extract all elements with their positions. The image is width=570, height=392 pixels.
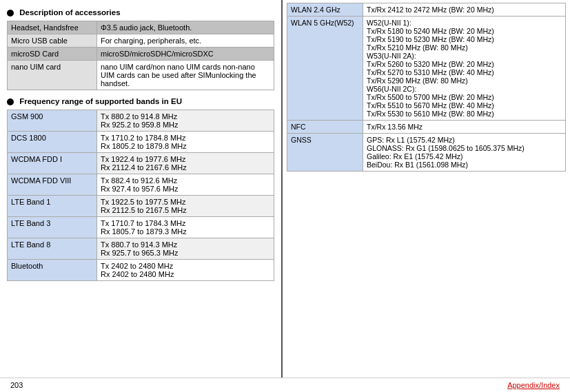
band-label: GSM 900 bbox=[8, 110, 97, 132]
band-value: Tx 2402 to 2480 MHzRx 2402 to 2480 MHz bbox=[97, 260, 274, 281]
right-value: Tx/Rx 2412 to 2472 MHz (BW: 20 MHz) bbox=[363, 3, 566, 17]
right-panel: WLAN 2.4 GHzTx/Rx 2412 to 2472 MHz (BW: … bbox=[283, 0, 570, 378]
section1-header: Description of accessories bbox=[7, 8, 274, 17]
accessory-label: Headset, Handsfree bbox=[8, 21, 97, 34]
bands-table: GSM 900Tx 880.2 to 914.8 MHzRx 925.2 to … bbox=[7, 110, 274, 281]
left-panel: Description of accessories Headset, Hand… bbox=[0, 0, 283, 378]
band-value: Tx 1922.5 to 1977.5 MHzRx 2112.5 to 2167… bbox=[97, 196, 274, 217]
right-value: GPS: Rx L1 (1575.42 MHz)GLONASS: Rx G1 (… bbox=[363, 134, 566, 172]
right-value: Tx/Rx 13.56 MHz bbox=[363, 121, 566, 134]
band-value: Tx 1922.4 to 1977.6 MHzRx 2112.4 to 2167… bbox=[97, 153, 274, 174]
band-label: LTE Band 1 bbox=[8, 196, 97, 217]
accessory-value: microSD/microSDHC/microSDXC bbox=[97, 48, 274, 61]
band-label: WCDMA FDD I bbox=[8, 153, 97, 174]
accessory-value: Φ3.5 audio jack, Bluetooth. bbox=[97, 21, 274, 34]
section1-title: Description of accessories bbox=[19, 8, 120, 17]
right-label: NFC bbox=[287, 121, 363, 134]
accessory-label: nano UIM card bbox=[8, 61, 97, 90]
right-value: W52(U-NII 1):Tx/Rx 5180 to 5240 MHz (BW:… bbox=[363, 17, 566, 121]
accessories-table: Headset, HandsfreeΦ3.5 audio jack, Bluet… bbox=[7, 21, 274, 90]
band-value: Tx 880.7 to 914.3 MHzRx 925.7 to 965.3 M… bbox=[97, 238, 274, 260]
band-label: Bluetooth bbox=[8, 260, 97, 281]
right-label: WLAN 2.4 GHz bbox=[287, 3, 363, 17]
band-value: Tx 1710.2 to 1784.8 MHzRx 1805.2 to 1879… bbox=[97, 132, 274, 153]
accessory-value: nano UIM card/non nano UIM cards non-nan… bbox=[97, 61, 274, 90]
page-number: 203 bbox=[10, 381, 23, 389]
band-label: LTE Band 3 bbox=[8, 217, 97, 238]
accessory-label: Micro USB cable bbox=[8, 34, 97, 48]
band-value: Tx 1710.7 to 1784.3 MHzRx 1805.7 to 1879… bbox=[97, 217, 274, 238]
right-label: GNSS bbox=[287, 134, 363, 172]
band-label: LTE Band 8 bbox=[8, 238, 97, 260]
accessory-label: microSD Card bbox=[8, 48, 97, 61]
band-label: WCDMA FDD VIII bbox=[8, 174, 97, 196]
accessory-value: For charging, peripherals, etc. bbox=[97, 34, 274, 48]
bullet-icon bbox=[7, 10, 14, 17]
section2-header: Frequency range of supported bands in EU bbox=[7, 97, 274, 105]
right-label: WLAN 5 GHz(W52) bbox=[287, 17, 363, 121]
section2-title: Frequency range of supported bands in EU bbox=[19, 97, 182, 105]
footer: 203 Appendix/Index bbox=[0, 378, 570, 392]
band-value: Tx 880.2 to 914.8 MHzRx 925.2 to 959.8 M… bbox=[97, 110, 274, 132]
band-label: DCS 1800 bbox=[8, 132, 97, 153]
bullet2-icon bbox=[7, 99, 14, 105]
right-table: WLAN 2.4 GHzTx/Rx 2412 to 2472 MHz (BW: … bbox=[287, 3, 566, 172]
appendix-link[interactable]: Appendix/Index bbox=[507, 381, 560, 389]
band-value: Tx 882.4 to 912.6 MHzRx 927.4 to 957.6 M… bbox=[97, 174, 274, 196]
